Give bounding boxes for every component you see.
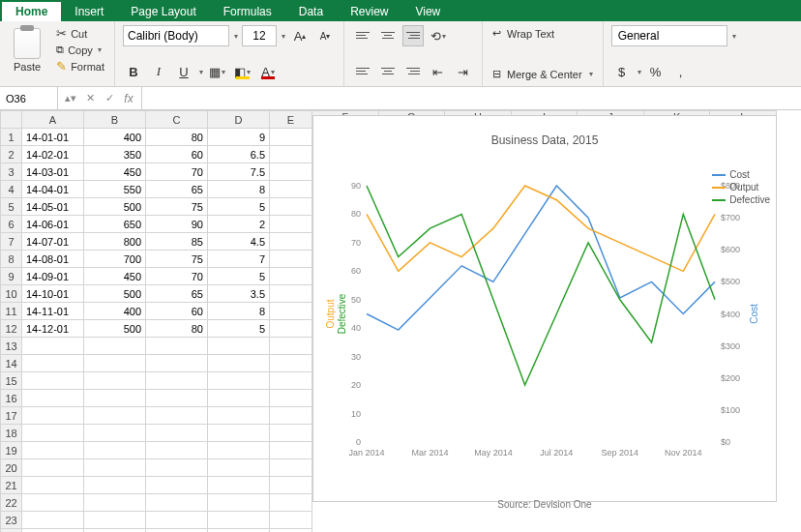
font-size-select[interactable] bbox=[242, 25, 277, 46]
align-left-button[interactable] bbox=[352, 61, 373, 82]
cell[interactable]: 350 bbox=[84, 146, 146, 163]
cell[interactable]: 85 bbox=[146, 233, 208, 251]
row-header[interactable]: 15 bbox=[1, 372, 22, 390]
cell[interactable] bbox=[270, 303, 312, 320]
col-header-D[interactable]: D bbox=[208, 111, 270, 129]
cell[interactable] bbox=[270, 285, 312, 303]
cell[interactable]: 14-05-01 bbox=[22, 198, 84, 216]
cell[interactable]: 450 bbox=[84, 163, 146, 181]
cell[interactable] bbox=[22, 425, 84, 442]
cell[interactable] bbox=[84, 512, 146, 529]
underline-button[interactable]: U bbox=[173, 61, 194, 82]
cell[interactable] bbox=[146, 512, 208, 529]
cell[interactable] bbox=[22, 407, 84, 425]
cell[interactable]: 7.5 bbox=[208, 163, 270, 181]
wrap-text-button[interactable]: ↩Wrap Text bbox=[490, 25, 595, 42]
row-header[interactable]: 18 bbox=[1, 425, 22, 442]
cell[interactable] bbox=[22, 442, 84, 459]
col-header-C[interactable]: C bbox=[146, 111, 208, 129]
row-header[interactable]: 9 bbox=[1, 268, 22, 285]
cell[interactable] bbox=[146, 338, 208, 355]
cell[interactable] bbox=[270, 181, 312, 198]
align-center-button[interactable] bbox=[377, 61, 399, 82]
bold-button[interactable]: B bbox=[123, 61, 144, 82]
cell[interactable]: 60 bbox=[146, 146, 208, 163]
cell[interactable] bbox=[146, 477, 208, 494]
row-header[interactable]: 14 bbox=[1, 355, 22, 372]
cell-grid[interactable]: A B C D E FGHIJKL 1 14-01-01 400 80 9 Bu… bbox=[0, 110, 777, 532]
cell[interactable]: 7 bbox=[208, 251, 270, 268]
cell[interactable]: 75 bbox=[146, 251, 208, 268]
cell[interactable]: 500 bbox=[84, 285, 146, 303]
cell[interactable] bbox=[84, 425, 146, 442]
cell[interactable] bbox=[208, 512, 270, 529]
cell[interactable] bbox=[270, 216, 312, 233]
cut-button[interactable]: ✂Cut bbox=[54, 25, 106, 42]
cell[interactable]: 550 bbox=[84, 181, 146, 198]
cell[interactable]: 400 bbox=[84, 129, 146, 146]
cell[interactable] bbox=[208, 355, 270, 372]
tab-insert[interactable]: Insert bbox=[61, 2, 117, 21]
cell[interactable]: 65 bbox=[146, 181, 208, 198]
cell[interactable] bbox=[146, 494, 208, 512]
cell[interactable]: 65 bbox=[146, 285, 208, 303]
row-header[interactable]: 21 bbox=[1, 477, 22, 494]
cell[interactable] bbox=[84, 407, 146, 425]
chart[interactable]: Business Data, 2015 CostOutputDefective … bbox=[312, 115, 777, 502]
cell[interactable] bbox=[22, 494, 84, 512]
cell[interactable] bbox=[270, 338, 312, 355]
tab-page-layout[interactable]: Page Layout bbox=[117, 2, 209, 21]
tab-view[interactable]: View bbox=[401, 2, 454, 21]
align-right-button[interactable] bbox=[402, 61, 424, 82]
cell[interactable] bbox=[22, 459, 84, 477]
cell[interactable]: 5 bbox=[208, 198, 270, 216]
row-header[interactable]: 23 bbox=[1, 512, 22, 529]
select-all-corner[interactable] bbox=[1, 111, 22, 129]
decrease-indent-button[interactable]: ⇤ bbox=[428, 61, 449, 82]
cell[interactable] bbox=[270, 268, 312, 285]
row-header[interactable]: 19 bbox=[1, 442, 22, 459]
align-bottom-button[interactable] bbox=[402, 25, 424, 46]
row-header[interactable]: 5 bbox=[1, 198, 22, 216]
cell[interactable] bbox=[208, 407, 270, 425]
cell[interactable] bbox=[84, 355, 146, 372]
col-header-B[interactable]: B bbox=[84, 111, 146, 129]
cell[interactable] bbox=[270, 320, 312, 338]
copy-button[interactable]: ⧉Copy▾ bbox=[54, 43, 106, 57]
cell[interactable] bbox=[208, 494, 270, 512]
tab-review[interactable]: Review bbox=[337, 2, 401, 21]
row-header[interactable]: 8 bbox=[1, 251, 22, 268]
tab-formulas[interactable]: Formulas bbox=[210, 2, 285, 21]
cell[interactable] bbox=[270, 251, 312, 268]
cell[interactable] bbox=[270, 512, 312, 529]
cell[interactable] bbox=[270, 425, 312, 442]
cell[interactable]: 75 bbox=[146, 198, 208, 216]
col-header-E[interactable]: E bbox=[270, 111, 312, 129]
align-top-button[interactable] bbox=[352, 25, 373, 46]
cell[interactable] bbox=[146, 372, 208, 390]
cell[interactable] bbox=[270, 442, 312, 459]
cell[interactable] bbox=[22, 372, 84, 390]
cell[interactable]: 14-01-01 bbox=[22, 129, 84, 146]
increase-indent-button[interactable]: ⇥ bbox=[453, 61, 474, 82]
row-header[interactable]: 20 bbox=[1, 459, 22, 477]
font-color-button[interactable]: A▾ bbox=[257, 61, 279, 82]
cell[interactable]: 6.5 bbox=[208, 146, 270, 163]
cell[interactable]: 700 bbox=[84, 251, 146, 268]
cell[interactable] bbox=[84, 494, 146, 512]
cell[interactable] bbox=[208, 425, 270, 442]
cell[interactable] bbox=[270, 372, 312, 390]
row-header[interactable]: 16 bbox=[1, 390, 22, 407]
col-header-A[interactable]: A bbox=[22, 111, 84, 129]
cell[interactable] bbox=[208, 529, 270, 533]
row-header[interactable]: 24 bbox=[1, 529, 22, 533]
cell[interactable]: 80 bbox=[146, 320, 208, 338]
cell[interactable]: 14-04-01 bbox=[22, 181, 84, 198]
cell[interactable] bbox=[146, 390, 208, 407]
align-middle-button[interactable] bbox=[377, 25, 399, 46]
row-header[interactable]: 4 bbox=[1, 181, 22, 198]
cell[interactable] bbox=[146, 459, 208, 477]
cancel-formula-button[interactable]: ✕ bbox=[81, 92, 99, 104]
cell[interactable] bbox=[270, 494, 312, 512]
cell[interactable]: 5 bbox=[208, 268, 270, 285]
